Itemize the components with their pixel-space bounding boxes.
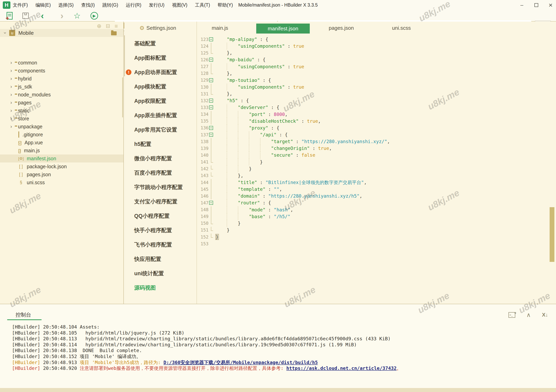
tree-file-main.js[interactable]: Jmain.js bbox=[0, 146, 124, 154]
tree-folder-store[interactable]: ›store bbox=[0, 114, 124, 122]
confnav-item-App模块配置[interactable]: App模块配置 bbox=[134, 79, 194, 94]
tree-file-uni.scss[interactable]: §uni.scss bbox=[0, 178, 124, 186]
fold-toggle-icon[interactable] bbox=[208, 97, 216, 104]
confnav-item-source-view[interactable]: 源码视图 bbox=[134, 281, 194, 295]
code-line-131[interactable]: 131}, bbox=[197, 90, 554, 97]
fold-toggle-icon[interactable] bbox=[208, 104, 216, 111]
tree-file-manifest.json[interactable]: [⚙]manifest.json bbox=[0, 154, 124, 162]
code-line-153[interactable]: 153 bbox=[197, 240, 554, 247]
chevron-right-icon[interactable]: › bbox=[10, 76, 12, 82]
panel-menu-icon[interactable]: ≡ bbox=[115, 23, 118, 29]
confnav-item-App图标配置[interactable]: App图标配置 bbox=[134, 51, 194, 65]
close-console-icon[interactable]: X↓ bbox=[542, 312, 548, 318]
code-line-152[interactable]: 152} bbox=[197, 234, 554, 240]
fold-toggle-icon[interactable] bbox=[208, 125, 216, 131]
code-line-140[interactable]: 140"secure" : false bbox=[197, 152, 554, 158]
code-line-133[interactable]: 133"devServer" : { bbox=[197, 104, 554, 111]
confnav-item-百度小程序配置[interactable]: 百度小程序配置 bbox=[134, 166, 194, 180]
maximize-button[interactable] bbox=[533, 2, 539, 8]
console-link[interactable]: https://ask.dcloud.net.cn/article/37432 bbox=[286, 365, 397, 371]
tab-main.js[interactable]: main.js bbox=[208, 22, 232, 34]
fold-toggle-icon[interactable] bbox=[208, 56, 216, 63]
code-line-144[interactable]: 144"title" : "Bitlinfinex|全球领先的数字资产交易平台"… bbox=[197, 179, 554, 186]
confnav-item-微信小程序配置[interactable]: 微信小程序配置 bbox=[134, 151, 194, 166]
confnav-item-基础配置[interactable]: 基础配置 bbox=[134, 36, 194, 51]
code-line-129[interactable]: 129"mp-toutiao" : { bbox=[197, 77, 554, 84]
chevron-right-icon[interactable]: › bbox=[10, 92, 12, 98]
code-line-145[interactable]: 145"template" : "", bbox=[197, 186, 554, 193]
tab-manifest.json[interactable]: manifest.json bbox=[256, 23, 310, 34]
code-line-132[interactable]: 132"h5" : { bbox=[197, 97, 554, 104]
console-link[interactable]: D:/360安全浏览器下载/交易所/Mobile/unpackage/dist/… bbox=[163, 360, 318, 365]
chevron-right-icon[interactable]: › bbox=[10, 84, 12, 90]
code-line-141[interactable]: 141} bbox=[197, 159, 554, 166]
confnav-item-字节跳动小程序配置[interactable]: 字节跳动小程序配置 bbox=[134, 180, 194, 194]
tree-file-App.vue[interactable]: VApp.vue bbox=[0, 138, 124, 146]
code-line-127[interactable]: 127"usingComponents" : true bbox=[197, 63, 554, 70]
confnav-item-App常用其它设置[interactable]: App常用其它设置 bbox=[134, 122, 194, 137]
run-button[interactable]: ▶ bbox=[90, 12, 99, 20]
menu-视图[interactable]: 视图(V) bbox=[171, 2, 188, 8]
code-line-124[interactable]: 124"usingComponents" : true bbox=[197, 43, 554, 50]
tree-folder-js_sdk[interactable]: ›js_sdk bbox=[0, 83, 124, 90]
collapse-all-icon[interactable]: ⊟ bbox=[106, 23, 110, 29]
close-button[interactable]: × bbox=[548, 2, 554, 8]
tree-folder-common[interactable]: ›common bbox=[0, 59, 124, 67]
save-button[interactable] bbox=[21, 12, 30, 20]
code-line-146[interactable]: 146"domain" : "https://280.yanshiyanshi.… bbox=[197, 193, 554, 199]
tree-folder-hybrid[interactable]: ›hybrid bbox=[0, 75, 124, 83]
code-line-137[interactable]: 137"/api" : { bbox=[197, 131, 554, 138]
code-line-138[interactable]: 138"target" : "https://280.yanshiyanshi.… bbox=[197, 138, 554, 145]
chevron-right-icon[interactable]: › bbox=[10, 108, 12, 113]
confnav-item-QQ小程序配置[interactable]: QQ小程序配置 bbox=[134, 209, 194, 223]
fold-toggle-icon[interactable] bbox=[208, 199, 216, 206]
menu-运行[interactable]: 运行(R) bbox=[125, 2, 142, 8]
tab-uni.scss[interactable]: uni.scss bbox=[388, 22, 414, 34]
code-line-135[interactable]: 135"disableHostCheck" : true, bbox=[197, 118, 554, 125]
tree-file-package-lock.json[interactable]: [ ]package-lock.json bbox=[0, 162, 124, 170]
confnav-item-飞书小程序配置[interactable]: 飞书小程序配置 bbox=[134, 238, 194, 252]
confnav-item-App启动界面配置[interactable]: App启动界面配置 bbox=[134, 65, 194, 79]
tree-folder-pages[interactable]: ›pages bbox=[0, 98, 124, 106]
confnav-item-h5配置[interactable]: h5配置 bbox=[134, 137, 194, 151]
menu-跳转[interactable]: 跳转(G) bbox=[101, 2, 119, 8]
menu-编辑[interactable]: 编辑(E) bbox=[35, 2, 52, 8]
tree-folder-unpackage[interactable]: ›unpackage bbox=[0, 122, 124, 130]
confnav-item-支付宝小程序配置[interactable]: 支付宝小程序配置 bbox=[134, 194, 194, 209]
forward-button[interactable]: › bbox=[58, 12, 66, 20]
chevron-right-icon[interactable]: › bbox=[10, 100, 12, 106]
code-line-148[interactable]: 148"mode" : "hash", bbox=[197, 206, 554, 213]
code-line-126[interactable]: 126"mp-baidu" : { bbox=[197, 56, 554, 63]
explorer-scrollbar[interactable] bbox=[122, 77, 123, 117]
code-line-151[interactable]: 151} bbox=[197, 227, 554, 234]
code-line-128[interactable]: 128}, bbox=[197, 70, 554, 77]
console-tab[interactable]: 控制台 bbox=[15, 311, 31, 318]
fold-toggle-icon[interactable] bbox=[208, 36, 216, 43]
code-line-123[interactable]: 123"mp-alipay" : { bbox=[197, 36, 554, 43]
fold-toggle-icon[interactable] bbox=[208, 77, 216, 84]
code-line-150[interactable]: 150} bbox=[197, 220, 554, 227]
menu-查找[interactable]: 查找(I) bbox=[80, 2, 96, 8]
tree-folder-components[interactable]: ›components bbox=[0, 67, 124, 75]
code-editor[interactable]: 123"mp-alipay" : {124"usingComponents" :… bbox=[197, 34, 556, 304]
chevron-right-icon[interactable]: › bbox=[10, 68, 12, 74]
fold-toggle-icon[interactable] bbox=[208, 131, 216, 138]
chevron-down-icon[interactable]: › bbox=[2, 32, 8, 34]
code-line-142[interactable]: 142} bbox=[197, 166, 554, 172]
new-file-button[interactable]: + bbox=[5, 12, 14, 20]
confnav-item-App权限配置[interactable]: App权限配置 bbox=[134, 94, 194, 108]
code-line-149[interactable]: 149"base" : "/h5/" bbox=[197, 213, 554, 220]
tree-folder-static[interactable]: ›static bbox=[0, 106, 124, 114]
code-line-125[interactable]: 125}, bbox=[197, 50, 554, 56]
back-button[interactable]: ‹ bbox=[38, 12, 47, 20]
menu-工具[interactable]: 工具(T) bbox=[194, 2, 211, 8]
project-root-row[interactable]: › u Mobile bbox=[0, 29, 124, 37]
tree-file-pages.json[interactable]: [ ]pages.json bbox=[0, 170, 124, 178]
tree-file-.gitignore[interactable]: .gitignore bbox=[0, 130, 124, 138]
confnav-item-App原生插件配置[interactable]: App原生插件配置 bbox=[134, 108, 194, 122]
code-line-143[interactable]: 143}, bbox=[197, 172, 554, 179]
menu-选择[interactable]: 选择(S) bbox=[58, 2, 75, 8]
minimize-button[interactable]: – bbox=[519, 2, 525, 8]
code-line-136[interactable]: 136"proxy" : { bbox=[197, 125, 554, 131]
code-line-139[interactable]: 139"changeOrigin" : true, bbox=[197, 145, 554, 152]
